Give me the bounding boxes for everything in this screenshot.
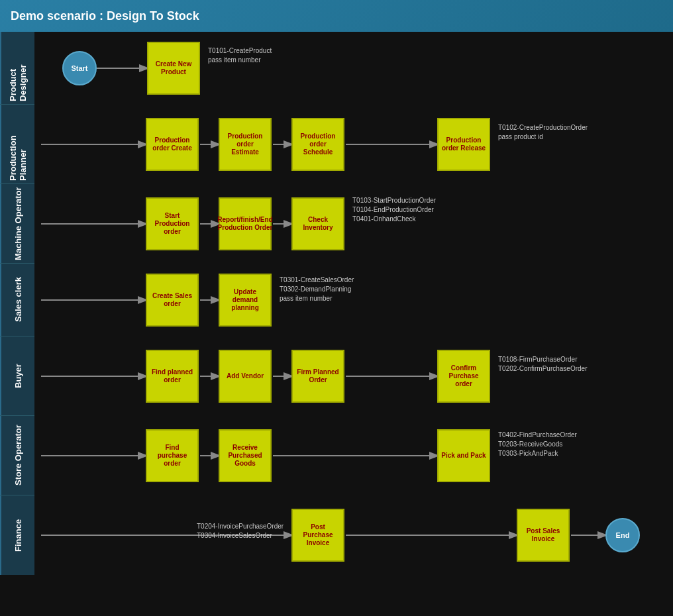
prod-order-create-node[interactable]: Production order Create bbox=[146, 118, 199, 171]
pick-and-pack-node[interactable]: Pick and Pack bbox=[437, 429, 490, 482]
page-title: Demo scenario : Design To Stock bbox=[11, 9, 199, 23]
check-inventory-node[interactable]: Check Inventory bbox=[291, 197, 344, 250]
lane-content-store-operator: Find purchase order Receive Purchased Go… bbox=[34, 416, 673, 495]
lane-sales-clerk: Sales clerk Create Sales order Update de… bbox=[0, 264, 673, 336]
create-new-product-node[interactable]: Create New Product bbox=[147, 42, 200, 95]
start-prod-order-node[interactable]: Start Production order bbox=[146, 197, 199, 250]
lane-content-sales-clerk: Create Sales order Update demand plannin… bbox=[34, 264, 673, 336]
lane-store-operator: Store Operator Find purchase order Recei… bbox=[0, 416, 673, 495]
find-purchase-order-node[interactable]: Find purchase order bbox=[146, 429, 199, 482]
annotation-t0204: T0204-InvoicePurchaseOrderT0304-InvoiceS… bbox=[197, 522, 284, 540]
start-label: Start bbox=[71, 64, 87, 72]
confirm-purchase-order-node[interactable]: Confirm Purchase order bbox=[437, 350, 490, 403]
lane-content-production-planner: Production order Create Production order… bbox=[34, 105, 673, 184]
lane-production-planner: Production Planner Production order Crea… bbox=[0, 105, 673, 184]
end-node[interactable]: End bbox=[605, 518, 640, 552]
annotation-t0108: T0108-FirmPurchaseOrderT0202-ConfirmPurc… bbox=[498, 355, 588, 374]
lane-label-product-designer: Product Designer bbox=[0, 32, 34, 104]
lane-finance: Finance T0204-InvoicePurchaseOrderT0304-… bbox=[0, 495, 673, 575]
title-bar: Demo scenario : Design To Stock bbox=[0, 0, 673, 32]
prod-order-release-node[interactable]: Production order Release bbox=[437, 118, 490, 171]
firm-planned-order-node[interactable]: Firm Planned Order bbox=[291, 350, 344, 403]
lane-buyer: Buyer Find planned order Add Vendor bbox=[0, 336, 673, 416]
lane-label-buyer: Buyer bbox=[0, 336, 34, 415]
add-vendor-node[interactable]: Add Vendor bbox=[219, 350, 272, 403]
create-sales-order-node[interactable]: Create Sales order bbox=[146, 274, 199, 327]
lane-content-machine-operator: Start Production order Report/finish/End… bbox=[34, 184, 673, 264]
post-sales-invoice-node[interactable]: Post Sales Invoice bbox=[517, 509, 570, 562]
annotation-t0103: T0103-StartProductionOrderT0104-EndProdu… bbox=[352, 196, 436, 224]
annotation-t0101: T0101-CreateProductpass item number bbox=[208, 46, 272, 65]
lane-label-production-planner: Production Planner bbox=[0, 105, 34, 183]
create-new-product-label: Create New Product bbox=[151, 60, 196, 76]
find-planned-order-node[interactable]: Find planned order bbox=[146, 350, 199, 403]
lane-content-finance: T0204-InvoicePurchaseOrderT0304-InvoiceS… bbox=[34, 495, 673, 575]
annotation-t0402: T0402-FindPurchaseOrderT0203-ReceiveGood… bbox=[498, 431, 577, 458]
report-finished-node[interactable]: Report/finish/End Production Order bbox=[219, 197, 272, 250]
lane-label-finance: Finance bbox=[0, 495, 34, 575]
post-purchase-invoice-node[interactable]: Post Purchase Invoice bbox=[291, 509, 344, 562]
lane-content-buyer: Find planned order Add Vendor Firm Plann… bbox=[34, 336, 673, 416]
prod-order-schedule-node[interactable]: Production order Schedule bbox=[291, 118, 344, 171]
lane-label-store-operator: Store Operator bbox=[0, 416, 34, 495]
start-node[interactable]: Start bbox=[62, 51, 97, 85]
update-demand-node[interactable]: Update demand planning bbox=[219, 274, 272, 327]
lane-product-designer: Product Designer Start Create New Produc… bbox=[0, 32, 673, 105]
annotation-t0102: T0102-CreateProductionOrderpass product … bbox=[498, 123, 588, 142]
annotation-t0301: T0301-CreateSalesOrderT0302-DemandPlanni… bbox=[280, 276, 354, 303]
lane-label-sales-clerk: Sales clerk bbox=[0, 264, 34, 336]
diagram-container: Product Designer Start Create New Produc… bbox=[0, 32, 673, 616]
receive-goods-node[interactable]: Receive Purchased Goods bbox=[219, 429, 272, 482]
end-label: End bbox=[616, 531, 630, 539]
prod-order-estimate-node[interactable]: Production order Estimate bbox=[219, 118, 272, 171]
lane-content-product-designer: Start Create New Product T0101-CreatePro… bbox=[34, 32, 673, 105]
lane-label-machine-operator: Machine Operator bbox=[0, 184, 34, 263]
lane-machine-operator: Machine Operator Start Production order … bbox=[0, 184, 673, 264]
